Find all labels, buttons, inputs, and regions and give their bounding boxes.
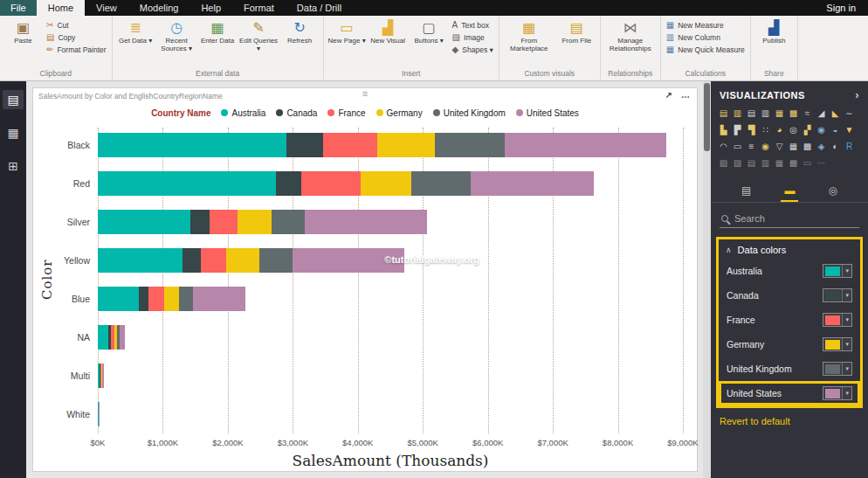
line-and-clustered-column-chart-icon[interactable]: ▛ [732,123,743,135]
bar-segment-canada[interactable] [183,248,202,273]
new-quick-measure-button[interactable]: ▦New Quick Measure [666,45,745,54]
focus-mode-icon[interactable]: ↗ [665,90,672,100]
bar-segment-canada[interactable] [286,133,323,157]
model-view-icon[interactable]: ⊞ [3,156,24,176]
cut-button[interactable]: ✂Cut [46,21,107,30]
stacked-bar-chart-icon[interactable]: ▤ [718,107,729,119]
image-button[interactable]: ▨Image [452,33,493,42]
swatch-dropdown-icon[interactable]: ▾ [842,265,851,277]
analytics-tab[interactable]: ◎ [824,183,840,202]
chart-visual[interactable]: SalesAmount by Color and EnglishCountryR… [32,87,698,472]
custom-visual-4-icon[interactable]: ▥ [760,156,771,169]
tab-file[interactable]: File [0,0,37,16]
new-column-button[interactable]: ▥New Column [666,33,745,42]
card-icon[interactable]: ▭ [732,140,743,152]
paste-button[interactable]: ▣Paste [3,17,44,46]
color-swatch-australia[interactable]: ▾ [823,264,852,278]
bar-segment-united-states[interactable] [102,364,103,388]
legend-item-united-states[interactable]: United States [516,108,579,118]
legend-item-australia[interactable]: Australia [221,108,265,118]
from-file-button[interactable]: ▤From File [556,17,597,46]
bar-segment-australia[interactable] [98,325,108,350]
color-swatch-canada[interactable]: ▾ [823,288,852,302]
bar-segment-canada[interactable] [190,210,210,234]
copy-button[interactable]: ▤Copy [46,33,107,42]
tab-help[interactable]: Help [189,0,232,16]
pie-chart-icon[interactable]: ◕ [774,123,785,135]
bar-segment-australia[interactable] [98,287,139,311]
bar-red[interactable] [98,171,683,196]
bar-segment-united-kingdom[interactable] [272,210,306,234]
swatch-dropdown-icon[interactable]: ▾ [842,338,851,350]
swatch-dropdown-icon[interactable]: ▾ [842,363,851,375]
scatter-chart-icon[interactable]: ∷ [760,123,771,135]
ribbon-chart-icon[interactable]: ∼ [844,107,855,119]
bar-segment-united-kingdom[interactable] [411,171,471,196]
arcgis-map-icon[interactable]: ◈ [816,140,827,152]
waterfall-chart-icon[interactable]: ▜ [746,123,757,135]
data-colors-header[interactable]: ∧ Data colors [719,239,860,259]
get-more-visuals-icon[interactable]: ⋯ [816,156,827,169]
custom-visual-2-icon[interactable]: ▨ [732,156,743,169]
search-box[interactable] [720,211,859,228]
legend-item-france[interactable]: France [327,108,365,118]
bar-segment-united-states[interactable] [120,325,125,350]
bar-blue[interactable] [98,287,683,311]
color-swatch-germany[interactable]: ▾ [823,337,852,351]
area-chart-icon[interactable]: ◢ [816,107,827,119]
bar-segment-germany[interactable] [164,287,179,311]
bar-segment-australia[interactable] [98,210,190,234]
bar-segment-united-kingdom[interactable] [179,287,193,311]
map-icon[interactable]: ◉ [816,123,827,135]
bar-segment-canada[interactable] [276,171,301,196]
bar-segment-united-kingdom[interactable] [435,133,505,157]
funnel-icon[interactable]: ▼ [844,123,855,135]
multi-row-card-icon[interactable]: ≡ [746,140,757,152]
custom-visual-5-icon[interactable]: ▦ [774,156,785,169]
bar-multi[interactable] [98,364,683,388]
legend-item-germany[interactable]: Germany [376,108,423,118]
bar-segment-france[interactable] [323,133,377,157]
line-and-stacked-column-chart-icon[interactable]: ▙ [718,123,729,135]
custom-visual-7-icon[interactable]: ▭ [802,156,813,169]
tab-view[interactable]: View [85,0,128,16]
collapse-panel-icon[interactable]: › [855,88,859,101]
enter-data-button[interactable]: ▦Enter Data [197,17,238,46]
scrollbar-thumb[interactable] [704,83,710,151]
new-visual-button[interactable]: ▟New Visual [368,17,409,46]
text-box-button[interactable]: AText box [452,21,493,30]
line-chart-icon[interactable]: ≈ [802,107,813,119]
gauge-icon[interactable]: ◠ [718,140,729,152]
bar-segment-france[interactable] [301,171,361,196]
get-data-button[interactable]: ≣Get Data ▾ [115,17,156,46]
legend-item-united-kingdom[interactable]: United Kingdom [433,108,506,118]
buttons-button[interactable]: ▢Buttons ▾ [409,17,450,46]
matrix-icon[interactable]: ▩ [802,140,813,152]
kpi-icon[interactable]: ◉ [760,140,771,152]
publish-button[interactable]: ▟Publish [754,17,795,46]
bar-segment-canada[interactable] [139,287,148,311]
color-swatch-united-kingdom[interactable]: ▾ [823,362,852,376]
tab-home[interactable]: Home [37,0,85,16]
slicer-icon[interactable]: ▽ [774,140,785,152]
manage-relationships-button[interactable]: ⋈Manage Relationships [603,17,658,54]
sign-in-link[interactable]: Sign in [814,0,868,16]
bar-segment-germany[interactable] [361,171,411,196]
bar-black[interactable] [98,133,683,157]
from-marketplace-button[interactable]: ▦From Marketplace [502,17,556,54]
bar-segment-united-states[interactable] [505,133,666,157]
bar-segment-australia[interactable] [98,133,286,157]
custom-visual-1-icon[interactable]: ▧ [718,156,729,169]
filled-map-icon[interactable]: ◒ [830,123,841,135]
refresh-button[interactable]: ↻Refresh [279,17,320,46]
custom-visual-3-icon[interactable]: ▤ [746,156,757,169]
clustered-column-chart-icon[interactable]: ▥ [760,107,771,119]
report-view-icon[interactable]: ▤ [3,90,24,109]
clustered-bar-chart-icon[interactable]: ▤ [746,107,757,119]
color-swatch-france[interactable]: ▾ [823,313,852,327]
legend-item-canada[interactable]: Canada [276,108,317,118]
recent-sources-button[interactable]: ◷Recent Sources ▾ [156,17,197,54]
tab-data-drill[interactable]: Data / Drill [286,0,353,16]
bar-segment-united-states[interactable] [471,171,594,196]
stacked-column-chart-icon[interactable]: ▥ [732,107,743,119]
